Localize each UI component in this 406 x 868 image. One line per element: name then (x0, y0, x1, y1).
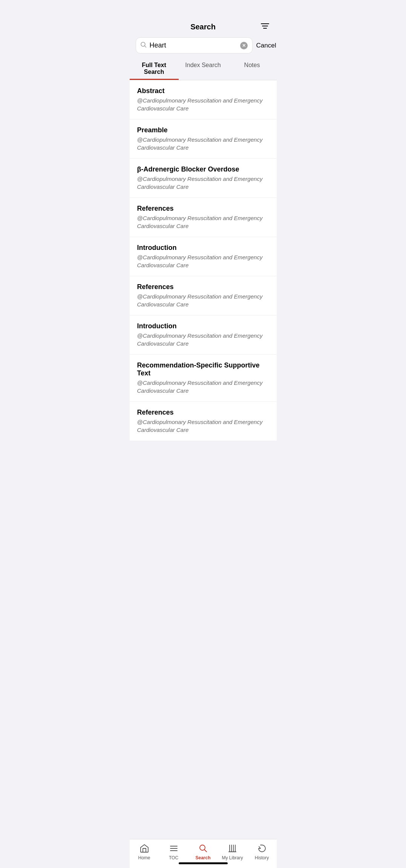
result-subtitle: @Cardiopulmonary Resuscitation and Emerg… (137, 253, 269, 269)
result-title: Abstract (137, 87, 269, 95)
nav-item-my-library[interactable]: My Library (221, 843, 244, 860)
filter-icon[interactable] (261, 23, 269, 29)
result-subtitle: @Cardiopulmonary Resuscitation and Emerg… (137, 379, 269, 395)
tab-full-text-search[interactable]: Full Text Search (130, 57, 179, 80)
tab-index-search[interactable]: Index Search (179, 57, 228, 80)
result-item[interactable]: References @Cardiopulmonary Resuscitatio… (130, 402, 277, 441)
result-item[interactable]: Recommendation-Specific Supportive Text … (130, 355, 277, 402)
result-title: References (137, 283, 269, 291)
status-bar (130, 0, 277, 17)
result-subtitle: @Cardiopulmonary Resuscitation and Emerg… (137, 136, 269, 152)
result-item[interactable]: References @Cardiopulmonary Resuscitatio… (130, 276, 277, 315)
home-indicator (179, 862, 228, 864)
svg-line-6 (204, 850, 207, 852)
result-subtitle: @Cardiopulmonary Resuscitation and Emerg… (137, 175, 269, 191)
result-item[interactable]: Introduction @Cardiopulmonary Resuscitat… (130, 237, 277, 276)
nav-item-search[interactable]: Search (192, 843, 214, 860)
cancel-button[interactable]: Cancel (256, 42, 276, 49)
my-library-icon (227, 843, 238, 854)
nav-item-toc[interactable]: TOC (162, 843, 185, 860)
result-item[interactable]: β-Adrenergic Blocker Overdose @Cardiopul… (130, 159, 277, 198)
tabs-container: Full Text Search Index Search Notes (130, 57, 277, 80)
toc-icon (169, 843, 179, 854)
nav-label-home: Home (138, 855, 150, 860)
nav-label-search: Search (195, 855, 210, 860)
nav-label-history: History (255, 855, 269, 860)
home-icon (139, 843, 150, 854)
search-input[interactable] (150, 41, 237, 49)
result-item[interactable]: Preamble @Cardiopulmonary Resuscitation … (130, 119, 277, 159)
result-subtitle: @Cardiopulmonary Resuscitation and Emerg… (137, 292, 269, 308)
result-title: Introduction (137, 244, 269, 252)
nav-item-history[interactable]: History (251, 843, 273, 860)
result-item[interactable]: Introduction @Cardiopulmonary Resuscitat… (130, 315, 277, 355)
bottom-spacer (130, 441, 277, 478)
svg-line-1 (144, 46, 146, 47)
history-icon (257, 843, 267, 854)
filter-line-2 (262, 26, 268, 26)
result-item[interactable]: References @Cardiopulmonary Resuscitatio… (130, 198, 277, 237)
result-subtitle: @Cardiopulmonary Resuscitation and Emerg… (137, 96, 269, 112)
clear-input-button[interactable]: ✕ (240, 42, 248, 49)
result-title: References (137, 409, 269, 416)
result-title: Recommendation-Specific Supportive Text (137, 361, 269, 377)
search-nav-icon (198, 843, 208, 854)
nav-label-my-library: My Library (222, 855, 243, 860)
result-title: Introduction (137, 322, 269, 330)
result-subtitle: @Cardiopulmonary Resuscitation and Emerg… (137, 418, 269, 434)
results-container: Abstract @Cardiopulmonary Resuscitation … (130, 80, 277, 441)
nav-label-toc: TOC (169, 855, 178, 860)
result-title: Preamble (137, 126, 269, 134)
result-subtitle: @Cardiopulmonary Resuscitation and Emerg… (137, 214, 269, 230)
filter-line-3 (263, 28, 267, 29)
result-title: β-Adrenergic Blocker Overdose (137, 165, 269, 173)
result-title: References (137, 205, 269, 213)
page-header: Search (130, 17, 277, 35)
search-input-wrapper: ✕ (136, 37, 253, 54)
tab-notes[interactable]: Notes (228, 57, 277, 80)
result-item[interactable]: Abstract @Cardiopulmonary Resuscitation … (130, 80, 277, 119)
result-subtitle: @Cardiopulmonary Resuscitation and Emerg… (137, 332, 269, 348)
search-bar-container: ✕ Cancel (130, 35, 277, 57)
nav-item-home[interactable]: Home (133, 843, 156, 860)
search-icon (141, 42, 147, 49)
page-title: Search (190, 23, 216, 31)
filter-line-1 (261, 23, 269, 24)
